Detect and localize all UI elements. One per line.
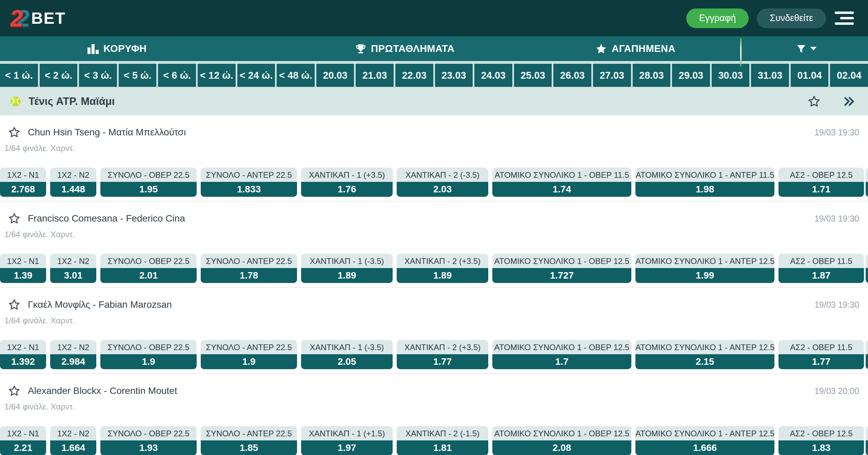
time-filter-chip[interactable]: 24.03 [474, 64, 512, 87]
match-title[interactable]: Francisco Comesana - Federico Cina [28, 213, 185, 224]
time-filter-chip[interactable]: 22.03 [395, 64, 433, 87]
league-favorite-star-icon[interactable] [808, 95, 821, 108]
odds-market-label: ΣΥΝΟΛΟ - ΟΒΕΡ 22.5 [100, 426, 197, 440]
odds-cell[interactable]: ΣΥΝΟΛΟ - ΑΝΤΕΡ 22.5 1.78 [201, 254, 297, 283]
odds-cell[interactable]: ΑΣ2 - ΟΒΕΡ 11.5 1.87 [778, 254, 864, 283]
time-filter-chip[interactable]: < 5 ώ. [119, 64, 157, 87]
odds-market-label: 1X2 - N2 [50, 340, 96, 354]
time-filter-chip[interactable]: < 48 ώ. [277, 64, 315, 87]
odds-market-label: ΧΑΝΤΙΚΑΠ - 2 (+3.5) [397, 254, 488, 268]
odds-cell[interactable]: 1X2 - N1 1.392 [0, 340, 46, 369]
time-filter-chip[interactable]: 28.03 [633, 64, 671, 87]
odds-cell[interactable]: ΧΑΝΤΙΚΑΠ - 2 (-1.5) 1.81 [397, 426, 488, 455]
odds-market-label: ΑΤΟΜΙΚΟ ΣΥΝΟΛΙΚΟ 1 - ΑΝΤΕΡ 12.5 [635, 254, 774, 268]
odds-cell[interactable]: 1X2 - N2 2.984 [50, 340, 96, 369]
odds-cell[interactable]: 1X2 - N2 3.01 [50, 254, 96, 283]
odds-cell[interactable]: ΣΥΝΟΛΟ - ΑΝΤΕΡ 22.5 1.833 [201, 168, 297, 197]
odds-cell[interactable]: 1X2 - N2 1.448 [50, 168, 96, 197]
odds-cell[interactable]: 1X2 - N2 1.664 [50, 426, 96, 455]
nav-item-top[interactable]: ΚΟΡΥΦΗ [87, 36, 147, 61]
time-filter-chip[interactable]: 02.04 [830, 64, 868, 87]
top-header: 22 BET Εγγραφή Συνδεθείτε [0, 0, 868, 36]
odds-cell[interactable]: ΑΤΟΜΙΚΟ ΣΥΝΟΛΙΚΟ 1 - ΟΒΕΡ 12.5 1.7 [492, 340, 631, 369]
time-filter-chip[interactable]: 30.03 [712, 64, 750, 87]
nav-item-championships[interactable]: ΠΡΩΤΑΘΛΗΜΑΤΑ [355, 36, 455, 61]
odds-cell[interactable]: ΧΑΝΤΙΚΑΠ - 2 (+3.5) 1.77 [397, 340, 488, 369]
time-filter-chip[interactable]: < 24 ώ. [237, 64, 275, 87]
odds-cell[interactable]: ΑΤΟΜΙΚΟ ΣΥΝΟΛΙΚΟ 1 - ΟΒΕΡ 11.5 1.74 [492, 168, 631, 197]
time-filter-chip[interactable]: 26.03 [553, 64, 591, 87]
match-favorite-star-icon[interactable] [8, 385, 20, 397]
odds-cell[interactable]: ΣΥΝΟΛΟ - ΟΒΕΡ 22.5 1.9 [100, 340, 197, 369]
odds-value: 1.83 [778, 440, 864, 455]
time-filter-chip[interactable]: < 1 ώ. [0, 64, 38, 87]
time-filter-chip[interactable]: 27.03 [593, 64, 631, 87]
register-button[interactable]: Εγγραφή [686, 8, 749, 28]
match-favorite-star-icon[interactable] [8, 126, 20, 138]
odds-cell[interactable]: ΑΣ2 - ΟΒΕΡ 12.5 1.83 [778, 426, 864, 455]
odds-cell[interactable]: ΑΤΟΜΙΚΟ ΣΥΝΟΛΙΚΟ 1 - ΟΒΕΡ 12.5 1.727 [492, 254, 631, 283]
match-datetime: 19/03 19:30 [814, 214, 859, 224]
odds-market-label: ΣΥΝΟΛΟ - ΑΝΤΕΡ 22.5 [201, 426, 297, 440]
time-filter-chip[interactable]: 20.03 [316, 64, 354, 87]
odds-cell[interactable]: ΑΣ2 - ΟΒΕΡ 11.5 1.77 [778, 340, 864, 369]
nav-item-favorites[interactable]: ΑΓΑΠΗΜΕΝΑ [595, 36, 675, 61]
odds-value: 2.08 [492, 440, 631, 455]
odds-cell[interactable]: ΑΤΟΜΙΚΟ ΣΥΝΟΛΙΚΟ 1 - ΑΝΤΕΡ 12.5 1.99 [635, 254, 774, 283]
odds-value: 2.03 [397, 182, 488, 197]
time-filter-chip[interactable]: 29.03 [672, 64, 710, 87]
match-favorite-star-icon[interactable] [8, 212, 20, 225]
menu-icon[interactable] [834, 12, 854, 25]
odds-cell[interactable]: 1X2 - N1 2.21 [0, 426, 46, 455]
odds-cell[interactable]: ΑΤΟΜΙΚΟ ΣΥΝΟΛΙΚΟ 1 - ΑΝΤΕΡ 12.5 1.666 [635, 426, 774, 455]
match-title[interactable]: Γκαέλ Μονφίλς - Fabian Marozsan [28, 299, 172, 310]
odds-cell[interactable]: ΣΥΝΟΛΟ - ΑΝΤΕΡ 22.5 1.85 [201, 426, 297, 455]
odds-value: 1.81 [397, 440, 488, 455]
match-favorite-star-icon[interactable] [8, 299, 20, 311]
collapse-double-chevron-icon[interactable] [843, 95, 855, 108]
odds-value: 1.99 [635, 268, 774, 283]
odds-cell[interactable]: ΑΤΟΜΙΚΟ ΣΥΝΟΛΙΚΟ 1 - ΟΒΕΡ 12.5 2.08 [492, 426, 631, 455]
odds-value: 1.76 [301, 182, 393, 197]
odds-cell[interactable]: 1X2 - N1 1.39 [0, 254, 46, 283]
odds-market-label: ΑΣ2 - ΟΒΕΡ 12.5 [778, 426, 864, 440]
odds-value: 2.21 [0, 440, 46, 455]
time-filter-chip[interactable]: 01.04 [791, 64, 829, 87]
odds-cell[interactable]: ΣΥΝΟΛΟ - ΟΒΕΡ 22.5 2.01 [100, 254, 197, 283]
odds-cell[interactable]: ΧΑΝΤΙΚΑΠ - 2 (+3.5) 1.89 [397, 254, 488, 283]
filter-button[interactable] [796, 36, 816, 61]
odds-cell[interactable]: ΧΑΝΤΙΚΑΠ - 1 (+1.5) 1.97 [301, 426, 393, 455]
odds-cell[interactable]: ΣΥΝΟΛΟ - ΟΒΕΡ 22.5 1.95 [100, 168, 197, 197]
match-head: Alexander Blockx - Corentin Moutet 19/03… [0, 384, 868, 398]
odds-cell[interactable]: ΧΑΝΤΙΚΑΠ - 1 (-3.5) 1.89 [301, 254, 393, 283]
time-filter-chip[interactable]: 23.03 [435, 64, 473, 87]
nav-scroll-divider [740, 38, 742, 67]
odds-market-label: ΑΤΟΜΙΚΟ ΣΥΝΟΛΙΚΟ 1 - ΟΒΕΡ 12.5 [492, 426, 631, 440]
odds-cell[interactable]: ΣΥΝΟΛΟ - ΟΒΕΡ 22.5 1.93 [100, 426, 197, 455]
odds-cell[interactable]: ΑΤΟΜΙΚΟ ΣΥΝΟΛΙΚΟ 1 - ΑΝΤΕΡ 11.5 1.98 [635, 168, 774, 197]
match-stage: 1/64 φινάλε. Χαρντ. [0, 144, 868, 153]
time-filter-chip[interactable]: < 2 ώ. [40, 64, 78, 87]
odds-value: 1.727 [492, 268, 631, 283]
login-button[interactable]: Συνδεθείτε [757, 8, 826, 28]
time-filter-chip[interactable]: 25.03 [514, 64, 552, 87]
time-filter-chip[interactable]: < 12 ώ. [198, 64, 236, 87]
odds-cell[interactable]: ΧΑΝΤΙΚΑΠ - 1 (+3.5) 1.76 [301, 168, 393, 197]
odds-cell[interactable]: ΧΑΝΤΙΚΑΠ - 1 (-3.5) 2.05 [301, 340, 393, 369]
odds-value: 1.833 [201, 182, 297, 197]
odds-cell[interactable]: ΑΤΟΜΙΚΟ ΣΥΝΟΛΙΚΟ 1 - ΑΝΤΕΡ 12.5 2.15 [635, 340, 774, 369]
odds-cell[interactable]: ΧΑΝΤΙΚΑΠ - 2 (-3.5) 2.03 [397, 168, 488, 197]
match-title[interactable]: Alexander Blockx - Corentin Moutet [28, 385, 177, 396]
match-title[interactable]: Chun Hsin Tseng - Ματία Μπελλούτσι [28, 127, 186, 138]
time-filter-chip[interactable]: 21.03 [356, 64, 394, 87]
odds-cell[interactable]: ΑΣ2 - ΟΒΕΡ 12.5 1.71 [778, 168, 864, 197]
odds-cell[interactable]: 1X2 - N1 2.768 [0, 168, 46, 197]
odds-row: 1X2 - N1 1.39 1X2 - N2 3.01 ΣΥΝΟΛΟ - ΟΒΕ… [0, 254, 868, 283]
match-stage: 1/64 φινάλε. Χαρντ. [0, 230, 868, 239]
odds-value: 1.448 [50, 182, 96, 197]
time-filter-chip[interactable]: 31.03 [751, 64, 789, 87]
logo[interactable]: 22 BET [10, 6, 66, 30]
time-filter-chip[interactable]: < 3 ώ. [79, 64, 117, 87]
odds-cell[interactable]: ΣΥΝΟΛΟ - ΑΝΤΕΡ 22.5 1.9 [201, 340, 297, 369]
time-filter-chip[interactable]: < 6 ώ. [158, 64, 196, 87]
